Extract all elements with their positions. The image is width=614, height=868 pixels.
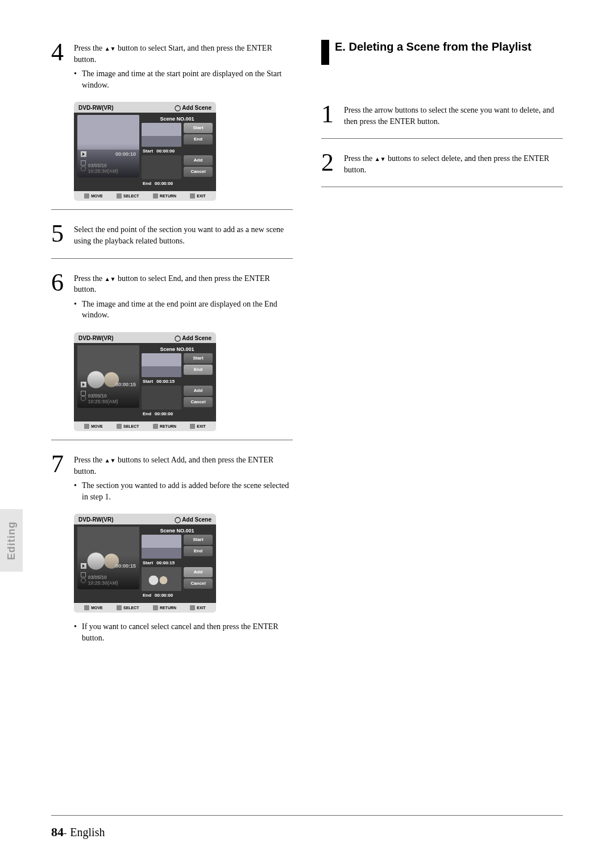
step-body: Press the buttons to select delete, and … (344, 150, 563, 175)
screenshot-add-scene-end: DVD-RW(VR)◯ Add Scene 00:00:15 03/05/10 … (74, 332, 216, 431)
footer-divider (51, 815, 563, 816)
side-tab: Editing (0, 509, 23, 572)
select-icon (117, 193, 122, 199)
page-number: 84 (51, 825, 64, 840)
thumb-start (142, 123, 181, 147)
scene-number: Scene NO.001 (142, 115, 213, 123)
content-columns: 4 Press the button to select Start, and … (51, 40, 563, 644)
shot-footer: MOVE SELECT RETURN EXIT (74, 191, 216, 201)
step-number: 5 (51, 221, 74, 246)
shot-date: 03/05/10 10:25:30(AM) (88, 393, 136, 404)
start-time: 00:00:00 (156, 148, 175, 154)
step-6: 6 Press the button to select End, and th… (51, 270, 293, 321)
step-e1: 1 Press the arrow buttons to select the … (321, 102, 563, 127)
step-text: Press the (74, 274, 105, 283)
time-main: 00:00:10 (115, 151, 136, 157)
step-e2: 2 Press the buttons to select delete, an… (321, 150, 563, 175)
time-main: 00:00:15 (115, 563, 136, 569)
step-body: Press the arrow buttons to select the sc… (344, 102, 563, 127)
clock-icon (81, 578, 86, 583)
add-button[interactable]: Add (184, 567, 213, 577)
start-label: Start (143, 148, 153, 154)
end-time: 00:00:00 (155, 593, 173, 598)
shot-date: 03/05/10 10:25:30(AM) (88, 574, 136, 586)
step-text: Press the (74, 44, 105, 52)
screenshot-add-scene-add: DVD-RW(VR)◯ Add Scene 00:00:15 03/05/10 … (74, 514, 216, 613)
add-button[interactable]: Add (184, 386, 213, 396)
start-button[interactable]: Start (184, 123, 213, 133)
preview-image: 00:00:10 03/05/10 10:25:30(AM) (77, 115, 139, 177)
screenshot-add-scene-start: DVD-RW(VR) ◯ Add Scene 00:00:10 03/05/10… (74, 102, 216, 201)
step-number: 6 (51, 270, 74, 321)
section-e-heading: E. Deleting a Scene from the Playlist (321, 40, 563, 65)
cancel-button[interactable]: Cancel (184, 167, 213, 177)
right-column: E. Deleting a Scene from the Playlist 1 … (321, 40, 563, 644)
stop-icon (81, 160, 86, 166)
scene-number: Scene NO.001 (142, 527, 213, 535)
step-number: 1 (321, 102, 344, 127)
divider (51, 209, 293, 210)
stop-icon (81, 391, 86, 396)
step-bullet: The image and time at the end point are … (74, 299, 293, 321)
start-button[interactable]: Start (184, 535, 213, 545)
thumb-end (142, 386, 181, 410)
thumb-end (142, 567, 181, 591)
step-body: Press the buttons to select Add, and the… (74, 452, 293, 502)
foot-exit: EXIT (197, 194, 206, 198)
arrow-down-icon (110, 44, 116, 52)
foot-move: MOVE (91, 194, 103, 198)
page-footer: 84 - English (51, 825, 105, 840)
arrow-down-icon (110, 456, 116, 464)
foot-select: SELECT (123, 194, 139, 198)
shot-header: DVD-RW(VR) ◯ Add Scene (74, 102, 216, 113)
move-icon (84, 193, 89, 199)
arrow-up-icon (105, 274, 110, 283)
end-time: 00:00:00 (155, 181, 173, 186)
step-5: 5 Select the end point of the section yo… (51, 221, 293, 246)
cancel-button[interactable]: Cancel (184, 578, 213, 589)
scene-number: Scene NO.001 (142, 345, 213, 353)
divider (51, 258, 293, 259)
cancel-button[interactable]: Cancel (184, 397, 213, 407)
time-main: 00:00:15 (115, 382, 136, 387)
section-bar-icon (321, 40, 329, 65)
step-number: 4 (51, 40, 74, 90)
arrow-down-icon (110, 274, 116, 283)
add-button[interactable]: Add (184, 155, 213, 166)
step-bullet: If you want to cancel select cancel and … (74, 621, 293, 643)
start-button[interactable]: Start (184, 353, 213, 363)
shot-title-left: DVD-RW(VR) (78, 105, 113, 111)
thumb-start (142, 535, 181, 559)
play-icon (81, 151, 86, 157)
shot-date: 03/05/10 10:25:30(AM) (88, 163, 136, 174)
footer-sep: - (64, 828, 67, 838)
step-7: 7 Press the buttons to select Add, and t… (51, 452, 293, 502)
left-column: 4 Press the button to select Start, and … (51, 40, 293, 644)
step-bullet: The image and time at the start point ar… (74, 68, 293, 90)
end-button[interactable]: End (184, 365, 213, 375)
return-icon (153, 193, 158, 199)
end-button[interactable]: End (184, 546, 213, 556)
foot-return: RETURN (160, 194, 176, 198)
step-body: Select the end point of the section you … (74, 221, 293, 246)
play-icon (81, 563, 86, 569)
step-body: Press the button to select Start, and th… (74, 40, 293, 90)
clock-icon (81, 396, 86, 401)
divider (321, 138, 563, 139)
end-time: 00:00:00 (155, 411, 173, 416)
stop-icon (81, 572, 86, 577)
step-text: Press the (74, 456, 105, 464)
section-title: E. Deleting a Scene from the Playlist (335, 40, 532, 54)
preview-image: 00:00:15 03/05/10 10:25:30(AM) (77, 345, 139, 408)
arrow-up-icon (105, 456, 110, 464)
step-4: 4 Press the button to select Start, and … (51, 40, 293, 90)
play-icon (81, 382, 86, 387)
start-time: 00:00:15 (156, 560, 175, 565)
divider (321, 187, 563, 187)
end-button[interactable]: End (184, 134, 213, 144)
thumb-end (142, 155, 181, 179)
side-tab-label: Editing (6, 521, 18, 560)
shot-title-right: ◯ Add Scene (175, 105, 211, 111)
step-bullet: The section you wanted to add is added b… (74, 480, 293, 502)
step-body: Press the button to select End, and then… (74, 270, 293, 321)
